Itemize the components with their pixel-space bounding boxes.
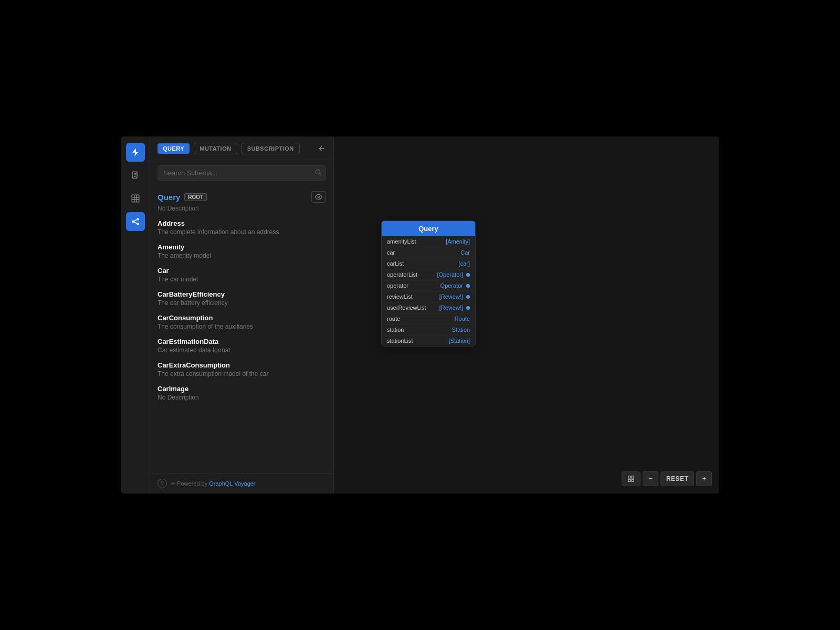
query-header: Query ROOT bbox=[158, 191, 326, 203]
svg-rect-18 bbox=[632, 476, 634, 478]
query-tab[interactable]: QUERY bbox=[158, 143, 190, 154]
reset-btn[interactable]: RESET bbox=[660, 471, 695, 486]
schema-items-list: Address The complete information about a… bbox=[158, 219, 326, 401]
svg-point-11 bbox=[137, 223, 139, 225]
svg-point-10 bbox=[137, 218, 139, 220]
grid-btn[interactable] bbox=[622, 471, 640, 486]
query-node-row[interactable]: car Car bbox=[382, 247, 475, 258]
sidebar: QUERY MUTATION SUBSCRIPTION Query ROOT bbox=[150, 136, 334, 494]
svg-point-16 bbox=[318, 196, 320, 198]
schema-item-desc: The car battery efficiency bbox=[158, 299, 326, 307]
row-dot bbox=[466, 284, 470, 288]
search-input[interactable] bbox=[158, 165, 326, 181]
sidebar-footer: ? ✏ Powered by GraphQL Voyager bbox=[150, 473, 333, 494]
query-node-row[interactable]: route Route bbox=[382, 313, 475, 324]
schema-item[interactable]: Car The car model bbox=[158, 267, 326, 283]
row-type: Route bbox=[455, 316, 470, 322]
row-type: Station bbox=[452, 327, 470, 333]
schema-item[interactable]: CarBatteryEfficiency The car battery eff… bbox=[158, 290, 326, 307]
main-canvas: Query amenityList [Amenity] car Car carL… bbox=[334, 136, 719, 494]
schema-item[interactable]: CarExtraConsumption The extra consumptio… bbox=[158, 361, 326, 377]
row-dot bbox=[466, 306, 470, 310]
collapse-btn[interactable] bbox=[318, 144, 326, 153]
row-type: Operator bbox=[440, 282, 463, 289]
schema-item[interactable]: Amenity The amenity model bbox=[158, 243, 326, 259]
sidebar-header: QUERY MUTATION SUBSCRIPTION bbox=[150, 136, 333, 160]
schema-item-desc: Car estimated data format bbox=[158, 346, 326, 354]
row-type: [Operator] bbox=[437, 271, 463, 278]
row-type: [Amenity] bbox=[446, 238, 470, 245]
row-name: carList bbox=[387, 260, 404, 267]
search-box bbox=[158, 165, 326, 181]
schema-item-name: Address bbox=[158, 219, 326, 227]
query-node: Query amenityList [Amenity] car Car carL… bbox=[381, 220, 476, 346]
schema-item[interactable]: CarEstimationData Car estimated data for… bbox=[158, 338, 326, 354]
connect-btn[interactable] bbox=[126, 212, 145, 231]
row-name: operatorList bbox=[387, 271, 417, 278]
schema-item-name: CarImage bbox=[158, 385, 326, 393]
query-title-row: Query ROOT bbox=[158, 193, 207, 202]
sidebar-content: Query ROOT No Description Address The co… bbox=[150, 186, 333, 473]
svg-rect-20 bbox=[632, 479, 634, 481]
svg-line-13 bbox=[134, 222, 137, 224]
docs-btn[interactable] bbox=[126, 166, 145, 185]
query-node-row[interactable]: reviewList [Review!] bbox=[382, 291, 475, 302]
row-type: [Station] bbox=[449, 338, 470, 344]
svg-rect-4 bbox=[132, 195, 139, 202]
lightning-btn[interactable] bbox=[126, 143, 145, 162]
schema-item-desc: The complete information about an addres… bbox=[158, 228, 326, 236]
query-node-row[interactable]: operator Operator bbox=[382, 280, 475, 291]
query-title: Query bbox=[158, 193, 180, 202]
schema-item-name: CarEstimationData bbox=[158, 338, 326, 345]
row-name: stationList bbox=[387, 338, 413, 344]
row-type: [car] bbox=[459, 260, 470, 267]
help-icon: ? bbox=[158, 479, 167, 488]
query-node-row[interactable]: stationList [Station] bbox=[382, 335, 475, 346]
minus-icon: − bbox=[648, 475, 653, 482]
plus-icon: + bbox=[702, 475, 706, 482]
svg-point-9 bbox=[132, 221, 134, 223]
search-icon bbox=[314, 169, 322, 178]
root-badge: ROOT bbox=[184, 193, 207, 201]
table-btn[interactable] bbox=[126, 189, 145, 208]
root-no-description: No Description bbox=[158, 205, 326, 212]
schema-item-desc: The amenity model bbox=[158, 252, 326, 259]
voyager-link[interactable]: GraphQL Voyager bbox=[209, 480, 255, 487]
schema-item[interactable]: CarImage No Description bbox=[158, 385, 326, 401]
schema-item-desc: No Description bbox=[158, 394, 326, 401]
row-name: route bbox=[387, 316, 400, 322]
row-name: amenityList bbox=[387, 238, 416, 245]
eye-btn[interactable] bbox=[311, 191, 326, 203]
schema-item-desc: The extra consumption model of the car bbox=[158, 370, 326, 377]
powered-by-text: ✏ Powered by bbox=[171, 480, 209, 487]
row-name: car bbox=[387, 249, 395, 256]
schema-item-name: CarConsumption bbox=[158, 314, 326, 322]
query-node-row[interactable]: operatorList [Operator] bbox=[382, 269, 475, 280]
row-name: userReviewList bbox=[387, 304, 426, 311]
svg-line-12 bbox=[134, 219, 137, 221]
svg-line-15 bbox=[320, 173, 321, 175]
zoom-in-btn[interactable]: + bbox=[696, 471, 712, 486]
query-node-row[interactable]: userReviewList [Review!] bbox=[382, 302, 475, 313]
schema-item[interactable]: Address The complete information about a… bbox=[158, 219, 326, 236]
row-type: Car bbox=[460, 249, 470, 256]
subscription-tab[interactable]: SUBSCRIPTION bbox=[242, 143, 300, 154]
query-node-rows: amenityList [Amenity] car Car carList [c… bbox=[382, 236, 475, 346]
schema-item-name: CarExtraConsumption bbox=[158, 361, 326, 369]
row-dot bbox=[466, 273, 470, 277]
bottom-controls: − RESET + bbox=[622, 471, 712, 486]
row-type: [Review!] bbox=[439, 293, 463, 300]
mutation-tab[interactable]: MUTATION bbox=[194, 143, 237, 154]
row-name: station bbox=[387, 327, 404, 333]
row-type: [Review!] bbox=[439, 304, 463, 311]
row-dot bbox=[466, 295, 470, 299]
query-node-row[interactable]: station Station bbox=[382, 324, 475, 335]
schema-item[interactable]: CarConsumption The consumption of the au… bbox=[158, 314, 326, 330]
zoom-out-btn[interactable]: − bbox=[643, 471, 658, 486]
row-name: operator bbox=[387, 282, 408, 289]
query-node-row[interactable]: amenityList [Amenity] bbox=[382, 236, 475, 247]
schema-item-desc: The car model bbox=[158, 276, 326, 283]
query-node-row[interactable]: carList [car] bbox=[382, 258, 475, 269]
svg-point-14 bbox=[316, 170, 320, 174]
app-container: QUERY MUTATION SUBSCRIPTION Query ROOT bbox=[121, 136, 719, 494]
